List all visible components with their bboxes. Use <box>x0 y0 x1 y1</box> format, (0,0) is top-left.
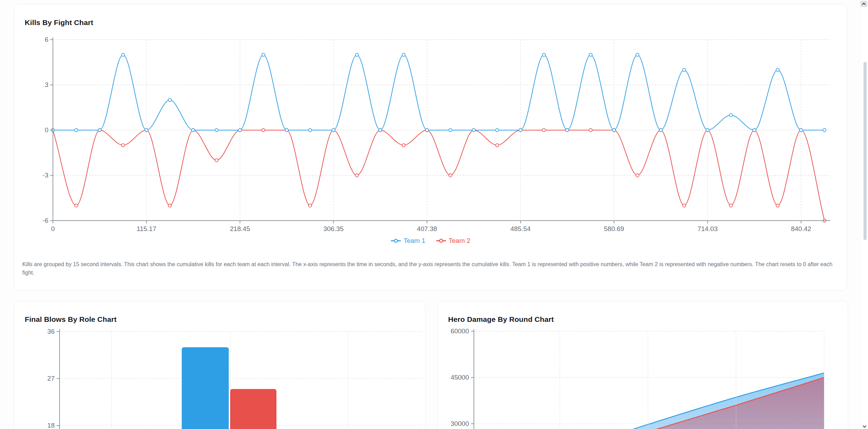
svg-text:840.42: 840.42 <box>791 225 811 232</box>
chevron-down-icon[interactable] <box>862 425 867 428</box>
hero-damage-by-round-card: Hero Damage By Round Chart 6000045000300… <box>437 301 848 429</box>
chevron-up-icon <box>862 2 866 5</box>
vertical-scrollbar[interactable] <box>862 0 868 429</box>
svg-text:0: 0 <box>45 126 48 134</box>
svg-text:-3: -3 <box>42 172 48 179</box>
svg-text:0: 0 <box>51 225 55 232</box>
svg-text:218.45: 218.45 <box>230 225 250 232</box>
scrollbar-thumb[interactable] <box>863 62 867 240</box>
svg-text:45000: 45000 <box>451 374 469 381</box>
legend-item-team1[interactable]: Team 1 <box>391 237 425 245</box>
svg-text:-6: -6 <box>42 217 48 224</box>
final-blows-by-role-card: Final Blows By Role Chart 362718 <box>14 301 425 429</box>
team1-line-marker-icon <box>391 239 401 243</box>
dashboard-page: Kills By Fight Chart 630-3-60115.17218.4… <box>0 0 868 429</box>
svg-text:3: 3 <box>45 81 48 88</box>
svg-text:306.35: 306.35 <box>323 225 344 232</box>
kills-chart-legend: Team 1 Team 2 <box>14 237 847 245</box>
legend-item-team2[interactable]: Team 2 <box>436 237 470 245</box>
team2-line-marker-icon <box>436 239 446 243</box>
final-blows-by-role-chart[interactable]: 362718 <box>14 301 425 429</box>
kills-chart-description: Kills are grouped by 15 second intervals… <box>22 260 839 277</box>
svg-text:30000: 30000 <box>451 420 469 427</box>
legend-label-team2: Team 2 <box>449 237 470 245</box>
svg-text:27: 27 <box>47 375 55 382</box>
scroll-up-button[interactable] <box>860 1 867 7</box>
hero-damage-by-round-chart[interactable]: 600004500030000 <box>438 301 848 429</box>
svg-text:6: 6 <box>45 36 48 43</box>
svg-text:407.38: 407.38 <box>417 225 437 232</box>
legend-label-team1: Team 1 <box>404 237 425 245</box>
kills-by-fight-card: Kills By Fight Chart 630-3-60115.17218.4… <box>14 4 847 291</box>
svg-text:18: 18 <box>47 422 55 429</box>
svg-text:714.03: 714.03 <box>697 225 718 232</box>
svg-text:485.54: 485.54 <box>510 225 531 232</box>
svg-text:580.69: 580.69 <box>604 225 624 232</box>
svg-text:115.17: 115.17 <box>136 225 156 232</box>
kills-by-fight-chart[interactable]: 630-3-60115.17218.45306.35407.38485.5458… <box>14 5 847 234</box>
svg-text:60000: 60000 <box>451 327 469 335</box>
svg-text:36: 36 <box>47 328 55 335</box>
